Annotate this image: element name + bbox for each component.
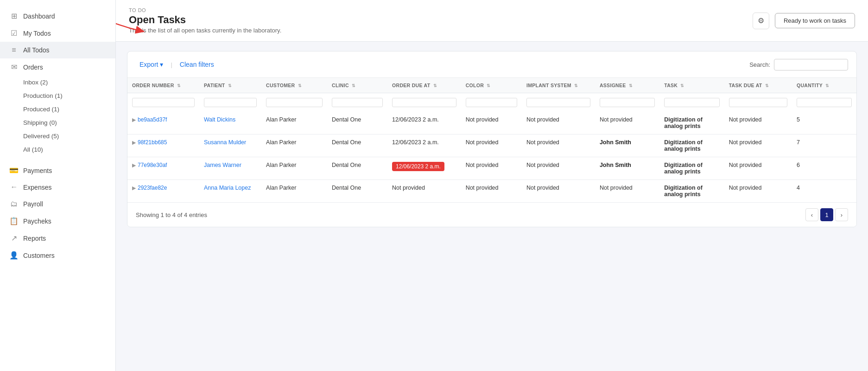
order-link[interactable]: 77e98e30af: [138, 162, 167, 168]
filter-color-input[interactable]: [466, 98, 517, 107]
filter-customer-input[interactable]: [266, 98, 323, 107]
sidebar-item-customers[interactable]: 👤 Customers: [0, 247, 115, 264]
filter-patient: [199, 93, 261, 112]
patient-link[interactable]: Susanna Mulder: [204, 139, 246, 146]
cell-assignee: John Smith: [595, 134, 659, 157]
order-link[interactable]: be9aa5d37f: [138, 116, 167, 123]
customers-icon: 👤: [9, 251, 19, 260]
sidebar-item-reports[interactable]: ↗ Reports: [0, 230, 115, 247]
export-button[interactable]: Export ▾: [136, 58, 167, 71]
sidebar-item-label: Payroll: [23, 200, 43, 208]
filter-quantity-input[interactable]: [797, 98, 852, 107]
col-task: TASK ⇅: [659, 78, 724, 93]
filter-clinic: [327, 93, 387, 112]
paychecks-icon: 📋: [9, 217, 19, 225]
cell-task-due-at: Not provided: [724, 157, 792, 180]
patient-link[interactable]: Walt Dickins: [204, 116, 235, 123]
sort-icon: ⇅: [177, 83, 181, 88]
sidebar-item-delivered[interactable]: Delivered (5): [0, 129, 115, 143]
reports-icon: ↗: [9, 234, 19, 243]
sidebar-item-all[interactable]: All (10): [0, 143, 115, 156]
cell-quantity: 7: [792, 134, 856, 157]
sidebar-item-label: All Todos: [23, 46, 50, 54]
sidebar-item-shipping[interactable]: Shipping (0): [0, 116, 115, 129]
toolbar-divider: |: [171, 61, 172, 68]
cell-color: Not provided: [461, 134, 522, 157]
sidebar-item-dashboard[interactable]: ⊞ Dashboard: [0, 7, 115, 25]
sort-icon: ⇅: [487, 83, 490, 88]
assignee-name: John Smith: [600, 139, 631, 146]
sort-icon: ⇅: [433, 83, 437, 88]
sidebar-item-paychecks[interactable]: 📋 Paycheks: [0, 212, 115, 230]
cell-order-number: ▶2923fae82e: [127, 180, 199, 203]
order-link[interactable]: 98f21bb685: [138, 139, 167, 146]
sidebar-item-produced[interactable]: Produced (1): [0, 102, 115, 116]
filter-order-number: [127, 93, 199, 112]
sidebar-item-payroll[interactable]: 🗂 Payroll: [0, 196, 115, 212]
cell-task: Digitization of analog prints: [659, 134, 724, 157]
sidebar-item-orders[interactable]: ✉ Orders: [0, 58, 115, 76]
search-input[interactable]: [774, 59, 848, 70]
table-row: ▶2923fae82eAnna Maria LopezAlan ParkerDe…: [127, 180, 856, 203]
search-label: Search:: [749, 61, 770, 68]
next-page-button[interactable]: ›: [835, 208, 848, 221]
filter-order-due-at-input[interactable]: [392, 98, 456, 107]
filter-task-due-at-input[interactable]: [729, 98, 787, 107]
col-order-due-at: ORDER DUE AT ⇅: [387, 78, 461, 93]
tasks-table: ORDER NUMBER ⇅ PATIENT ⇅ CUSTOMER ⇅ CLIN…: [127, 78, 856, 202]
col-implant-system: IMPLANT SYSTEM ⇅: [522, 78, 595, 93]
table-footer: Showing 1 to 4 of 4 entries ‹ 1 ›: [127, 202, 856, 227]
sidebar-item-production[interactable]: Production (1): [0, 89, 115, 102]
sidebar-item-label: Paycheks: [23, 217, 51, 225]
sort-icon: ⇅: [765, 83, 769, 88]
table-row: ▶be9aa5d37fWalt DickinsAlan ParkerDental…: [127, 112, 856, 134]
gear-button[interactable]: ⚙: [753, 13, 769, 29]
filter-task-due-at: [724, 93, 792, 112]
cell-color: Not provided: [461, 157, 522, 180]
cell-assignee: Not provided: [595, 180, 659, 203]
filter-order-number-input[interactable]: [132, 98, 195, 107]
export-chevron-icon: ▾: [160, 61, 163, 68]
sidebar-item-payments[interactable]: 💳 Payments: [0, 162, 115, 179]
clean-filters-button[interactable]: Clean filters: [176, 58, 218, 71]
patient-link[interactable]: Anna Maria Lopez: [204, 185, 251, 191]
cell-order-due-at: 12/06/2023 2 a.m.: [387, 134, 461, 157]
expand-arrow-icon: ▶: [132, 140, 136, 145]
showing-entries: Showing 1 to 4 of 4 entries: [136, 211, 207, 218]
cell-task-due-at: Not provided: [724, 180, 792, 203]
filter-patient-input[interactable]: [204, 98, 257, 107]
col-quantity: QUANTITY ⇅: [792, 78, 856, 93]
table-toolbar: Export ▾ | Clean filters Search:: [127, 51, 856, 78]
filter-task-input[interactable]: [664, 98, 719, 107]
sidebar-item-inbox[interactable]: Inbox (2): [0, 76, 115, 89]
cell-clinic: Dental One: [327, 157, 387, 180]
sidebar-item-label: Payments: [23, 167, 52, 174]
orders-icon: ✉: [9, 63, 19, 71]
ready-to-work-button[interactable]: Ready to work on tasks: [775, 13, 855, 28]
search-area: Search:: [749, 59, 848, 70]
cell-assignee: Not provided: [595, 112, 659, 134]
sidebar-item-label: Dashboard: [23, 13, 55, 20]
cell-quantity: 4: [792, 180, 856, 203]
cell-patient: Susanna Mulder: [199, 134, 261, 157]
patient-link[interactable]: James Warner: [204, 162, 241, 168]
toolbar-left: Export ▾ | Clean filters: [136, 58, 218, 71]
cell-clinic: Dental One: [327, 134, 387, 157]
col-order-number: ORDER NUMBER ⇅: [127, 78, 199, 93]
sort-icon: ⇅: [298, 83, 302, 88]
sidebar-item-expenses[interactable]: → Expenses: [0, 179, 115, 196]
page-1-button[interactable]: 1: [820, 208, 833, 221]
dashboard-icon: ⊞: [9, 12, 19, 20]
filter-implant-input[interactable]: [526, 98, 590, 107]
sidebar-item-all-todos[interactable]: ≡ All Todos: [0, 42, 115, 58]
filter-assignee-input[interactable]: [600, 98, 655, 107]
sidebar-item-my-todos[interactable]: ☑ My Todos: [0, 25, 115, 42]
filter-clinic-input[interactable]: [332, 98, 383, 107]
col-assignee: ASSIGNEE ⇅: [595, 78, 659, 93]
filter-order-due-at: [387, 93, 461, 112]
task-name: Digitization of analog prints: [664, 162, 703, 175]
order-link[interactable]: 2923fae82e: [138, 185, 167, 191]
pagination: ‹ 1 ›: [805, 208, 848, 221]
prev-page-button[interactable]: ‹: [805, 208, 818, 221]
filter-quantity: [792, 93, 856, 112]
